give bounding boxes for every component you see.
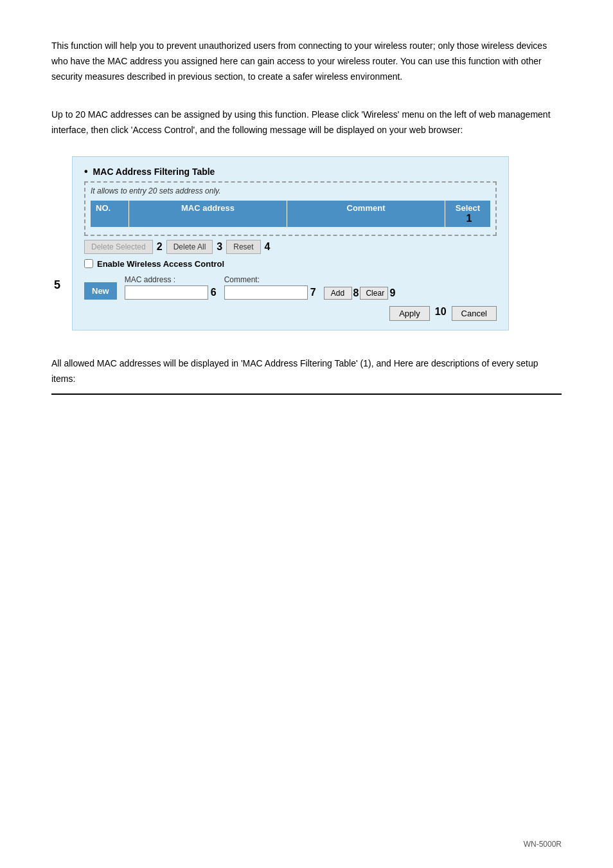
- add-button[interactable]: Add: [324, 287, 352, 300]
- mac-label: MAC address :: [125, 275, 217, 284]
- label-5: 5: [54, 278, 60, 292]
- comment-label: Comment:: [224, 275, 316, 284]
- model-number: WN-5000R: [524, 840, 562, 849]
- enable-label: Enable Wireless Access Control: [97, 259, 224, 269]
- intro-paragraph1: This function will help you to prevent u…: [51, 39, 562, 84]
- delete-selected-button[interactable]: Delete Selected: [84, 240, 153, 254]
- col-mac: MAC address: [129, 201, 287, 227]
- panel-title: • MAC Address Filtering Table: [84, 166, 497, 177]
- mac-panel: • MAC Address Filtering Table It allows …: [72, 156, 509, 330]
- new-row: New MAC address : 6 Comment: 7 Add 8: [84, 275, 497, 300]
- label-6: 6: [211, 287, 217, 298]
- label-7: 7: [310, 287, 316, 298]
- enable-row: Enable Wireless Access Control: [84, 259, 497, 269]
- mac-field-group: MAC address : 6: [125, 275, 217, 300]
- cancel-button[interactable]: Cancel: [452, 306, 497, 321]
- label-4: 4: [265, 241, 271, 253]
- apply-button[interactable]: Apply: [389, 306, 430, 321]
- col-comment: Comment: [287, 201, 445, 227]
- label-10: 10: [435, 306, 447, 321]
- footer-text: All allowed MAC addresses will be displa…: [51, 356, 562, 387]
- sub-note: It allows to entry 20 sets address only.: [91, 186, 490, 195]
- col-select: Select 1: [445, 201, 490, 227]
- action-buttons-row: Delete Selected 2 Delete All 3 Reset 4: [84, 240, 497, 254]
- label-1: 1: [466, 213, 472, 224]
- table-header: NO. MAC address Comment Select 1: [91, 201, 490, 227]
- new-button[interactable]: New: [84, 282, 117, 300]
- mac-input[interactable]: [125, 285, 208, 300]
- label-3: 3: [217, 241, 222, 253]
- col-no: NO.: [91, 201, 129, 227]
- dotted-box: It allows to entry 20 sets address only.…: [84, 181, 497, 236]
- clear-button[interactable]: Clear: [360, 287, 388, 300]
- bullet-icon: •: [84, 166, 88, 177]
- label-9: 9: [389, 287, 395, 299]
- reset-button[interactable]: Reset: [226, 240, 260, 254]
- divider: [51, 393, 562, 395]
- apply-cancel-row: Apply 10 Cancel: [84, 306, 497, 321]
- comment-input[interactable]: [224, 285, 308, 300]
- delete-all-button[interactable]: Delete All: [166, 240, 213, 254]
- label-8: 8: [353, 287, 359, 299]
- comment-field-group: Comment: 7: [224, 275, 316, 300]
- intro-paragraph2: Up to 20 MAC addresses can be assigned b…: [51, 107, 562, 138]
- enable-checkbox[interactable]: [84, 259, 93, 268]
- label-2: 2: [157, 241, 163, 253]
